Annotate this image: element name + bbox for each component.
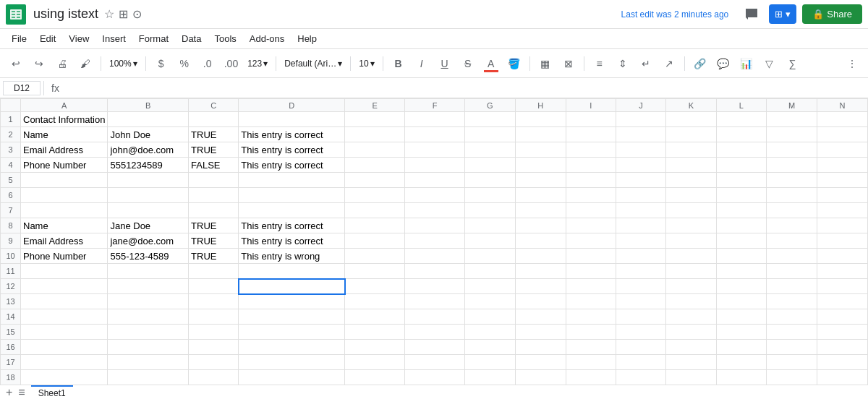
cell[interactable] [239, 188, 345, 203]
underline-button[interactable]: U [435, 53, 455, 74]
cell[interactable] [239, 309, 345, 325]
chart-button[interactable]: 📊 [736, 53, 757, 74]
menu-help[interactable]: Help [292, 32, 323, 46]
col-header-i[interactable]: I [566, 99, 616, 112]
cell[interactable] [239, 370, 345, 385]
cell[interactable] [566, 294, 616, 309]
cell[interactable] [345, 127, 405, 142]
cell[interactable] [666, 158, 717, 173]
cell[interactable] [666, 325, 717, 340]
cell[interactable] [666, 264, 717, 279]
cell[interactable] [21, 203, 108, 218]
cell[interactable] [345, 173, 405, 188]
row-num-14[interactable]: 14 [1, 309, 21, 325]
col-header-c[interactable]: C [189, 99, 239, 112]
row-num-11[interactable]: 11 [1, 264, 21, 279]
cell[interactable] [766, 218, 817, 233]
col-header-e[interactable]: E [345, 99, 405, 112]
col-header-k[interactable]: K [666, 99, 717, 112]
cell[interactable] [716, 203, 766, 218]
cell[interactable] [766, 279, 817, 294]
cell[interactable] [817, 264, 868, 279]
cell[interactable]: TRUE [189, 233, 239, 249]
cell[interactable] [239, 203, 345, 218]
cell[interactable] [666, 142, 717, 158]
cell[interactable] [766, 355, 817, 370]
cell[interactable] [108, 370, 189, 385]
cell[interactable] [766, 249, 817, 264]
cell[interactable]: John Doe [108, 127, 189, 142]
more-button[interactable]: ⋮ [842, 53, 862, 74]
cell[interactable] [566, 340, 616, 355]
cell[interactable] [716, 325, 766, 340]
cell[interactable] [405, 142, 465, 158]
cell[interactable] [817, 279, 868, 294]
cell[interactable] [239, 325, 345, 340]
cell[interactable] [464, 325, 515, 340]
row-num-9[interactable]: 9 [1, 233, 21, 249]
cell[interactable]: This entry is correct [239, 127, 345, 142]
cell[interactable] [817, 218, 868, 233]
cell[interactable] [21, 264, 108, 279]
cell[interactable] [515, 218, 566, 233]
cell[interactable] [766, 233, 817, 249]
cell[interactable] [405, 279, 465, 294]
cell[interactable] [566, 279, 616, 294]
cell[interactable] [616, 325, 665, 340]
cell[interactable]: Name [21, 127, 108, 142]
cell[interactable] [817, 340, 868, 355]
cell[interactable] [189, 340, 239, 355]
cell[interactable] [817, 309, 868, 325]
cell[interactable] [766, 309, 817, 325]
cell[interactable] [817, 142, 868, 158]
cell[interactable]: Phone Number [21, 249, 108, 264]
cell[interactable] [464, 279, 515, 294]
cell[interactable] [666, 249, 717, 264]
cell[interactable] [766, 188, 817, 203]
history-icon[interactable]: ⊙ [132, 7, 142, 21]
cell[interactable] [817, 355, 868, 370]
cell[interactable]: This entry is correct [239, 218, 345, 233]
cell[interactable] [108, 325, 189, 340]
cell[interactable] [21, 309, 108, 325]
add-sheet-button[interactable]: + [6, 386, 12, 399]
cell[interactable] [345, 142, 405, 158]
cell[interactable] [716, 355, 766, 370]
print-button[interactable]: 🖨 [52, 53, 72, 74]
col-header-b[interactable]: B [108, 99, 189, 112]
cell[interactable] [566, 173, 616, 188]
cell[interactable] [239, 355, 345, 370]
cell[interactable] [666, 188, 717, 203]
cell[interactable] [716, 188, 766, 203]
cell[interactable] [464, 188, 515, 203]
cell[interactable] [716, 264, 766, 279]
cell[interactable] [239, 112, 345, 127]
fontsize-select[interactable]: 10 ▾ [356, 54, 377, 73]
cell[interactable] [817, 249, 868, 264]
cell[interactable] [515, 264, 566, 279]
cell[interactable] [716, 218, 766, 233]
row-num-18[interactable]: 18 [1, 370, 21, 385]
function-button[interactable]: ∑ [783, 53, 803, 74]
cell[interactable] [189, 173, 239, 188]
cell[interactable] [766, 112, 817, 127]
cell[interactable] [766, 173, 817, 188]
row-num-12[interactable]: 12 [1, 279, 21, 294]
percent-button[interactable]: % [174, 53, 195, 74]
cell[interactable]: Phone Number [21, 158, 108, 173]
cell[interactable] [239, 264, 345, 279]
cell[interactable]: This entry is correct [239, 142, 345, 158]
cell[interactable] [405, 264, 465, 279]
cell[interactable] [666, 127, 717, 142]
cell[interactable] [515, 173, 566, 188]
cell[interactable] [189, 279, 239, 294]
undo-button[interactable]: ↩ [6, 53, 26, 74]
cell[interactable]: Contact Information [21, 112, 108, 127]
cell[interactable] [616, 233, 665, 249]
cell[interactable] [566, 355, 616, 370]
cell[interactable] [464, 158, 515, 173]
cell[interactable] [21, 355, 108, 370]
cell[interactable] [616, 158, 665, 173]
folder-icon[interactable]: ⊞ [119, 7, 128, 21]
cell[interactable]: This entry is correct [239, 233, 345, 249]
